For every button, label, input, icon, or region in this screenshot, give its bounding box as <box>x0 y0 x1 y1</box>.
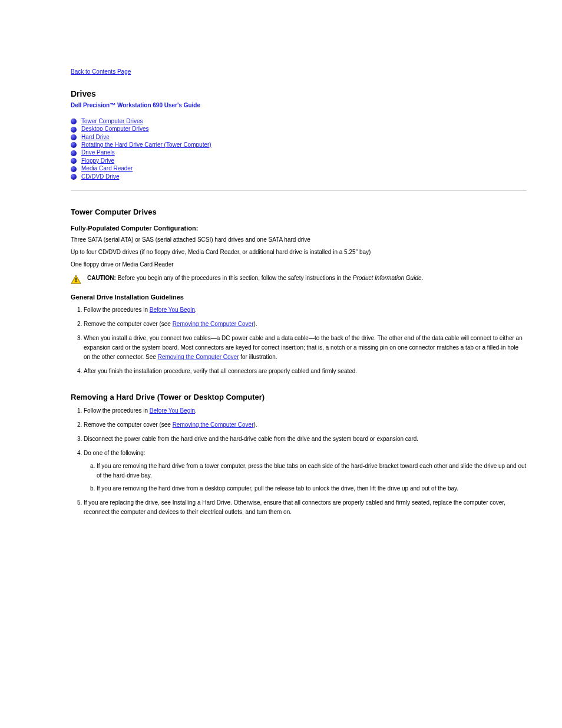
step-3: When you install a drive, you connect tw… <box>84 334 527 362</box>
divider <box>71 190 527 191</box>
general-install-steps: Follow the procedures in Before You Begi… <box>71 305 527 376</box>
rhd-step-4: Do one of the following: If you are remo… <box>84 449 527 493</box>
toc-item: Drive Panels <box>71 149 527 156</box>
bullet-icon <box>71 118 77 124</box>
step-2: Remove the computer cover (see Removing … <box>84 319 527 329</box>
tower-heading: Tower Computer Drives <box>71 207 527 216</box>
toc-link-tower[interactable]: Tower Computer Drives <box>81 118 143 124</box>
rhd-step-3: Disconnect the power cable from the hard… <box>84 434 527 444</box>
toc-list: Tower Computer Drives Desktop Computer D… <box>71 118 527 180</box>
before-you-begin-link-2[interactable]: Before You Begin <box>150 407 195 414</box>
svg-rect-2 <box>75 281 77 282</box>
bullet-icon <box>71 134 77 140</box>
removing-hd-steps: Follow the procedures in Before You Begi… <box>71 406 527 517</box>
toc-item: Desktop Computer Drives <box>71 126 527 132</box>
page-title: Drives <box>71 89 527 98</box>
removing-cover-link-2[interactable]: Removing the Computer Cover <box>158 354 239 360</box>
caution-text: CAUTION: Before you begin any of the pro… <box>87 275 423 281</box>
toc-link-drivepanels[interactable]: Drive Panels <box>81 149 115 156</box>
toc-item: Media Card Reader <box>71 165 527 172</box>
svg-rect-1 <box>75 278 77 281</box>
toc-link-floppy[interactable]: Floppy Drive <box>81 157 114 164</box>
bullet-icon <box>71 158 77 164</box>
config-heading: Fully-Populated Computer Configuration: <box>71 225 527 232</box>
toc-item: CD/DVD Drive <box>71 173 527 180</box>
rhd-step-4b: If you are removing the hard drive from … <box>97 484 527 493</box>
toc-item: Rotating the Hard Drive Carrier (Tower C… <box>71 141 527 148</box>
step-1: Follow the procedures in Before You Begi… <box>84 305 527 315</box>
bullet-icon <box>71 127 77 133</box>
general-heading: General Drive Installation Guidelines <box>71 294 527 301</box>
rhd-step-5: If you are replacing the drive, see Inst… <box>84 498 527 517</box>
bullet-icon <box>71 166 77 172</box>
step-4: After you finish the installation proced… <box>84 367 527 376</box>
back-to-contents-link[interactable]: Back to Contents Page <box>71 68 527 75</box>
subtitle: Dell Precision™ Workstation 690 User's G… <box>71 102 527 108</box>
bullet-icon <box>71 142 77 148</box>
toc-item: Tower Computer Drives <box>71 118 527 124</box>
config-item-2: Up to four CD/DVD drives (if no floppy d… <box>71 248 527 256</box>
rhd-step-2: Remove the computer cover (see Removing … <box>84 420 527 430</box>
toc-link-desktop[interactable]: Desktop Computer Drives <box>81 126 148 132</box>
caution-block: CAUTION: Before you begin any of the pro… <box>71 275 527 284</box>
rhd-step-1: Follow the procedures in Before You Begi… <box>84 406 527 416</box>
caution-icon <box>71 275 81 284</box>
bullet-icon <box>71 174 77 180</box>
bullet-icon <box>71 150 77 156</box>
removing-cover-link-3[interactable]: Removing the Computer Cover <box>173 421 254 428</box>
toc-link-cddvd[interactable]: CD/DVD Drive <box>81 173 119 180</box>
removing-hd-heading: Removing a Hard Drive (Tower or Desktop … <box>71 393 527 401</box>
config-item-3: One floppy drive or Media Card Reader <box>71 260 527 269</box>
toc-link-rotating[interactable]: Rotating the Hard Drive Carrier (Tower C… <box>81 141 211 148</box>
toc-item: Floppy Drive <box>71 157 527 164</box>
before-you-begin-link[interactable]: Before You Begin <box>150 307 195 313</box>
config-item-1: Three SATA (serial ATA) or SAS (serial a… <box>71 235 527 244</box>
toc-item: Hard Drive <box>71 134 527 140</box>
toc-link-mediacard[interactable]: Media Card Reader <box>81 165 133 172</box>
rhd-step-4a: If you are removing the hard drive from … <box>97 462 527 480</box>
toc-link-harddrive[interactable]: Hard Drive <box>81 134 110 140</box>
removing-cover-link[interactable]: Removing the Computer Cover <box>173 321 254 327</box>
